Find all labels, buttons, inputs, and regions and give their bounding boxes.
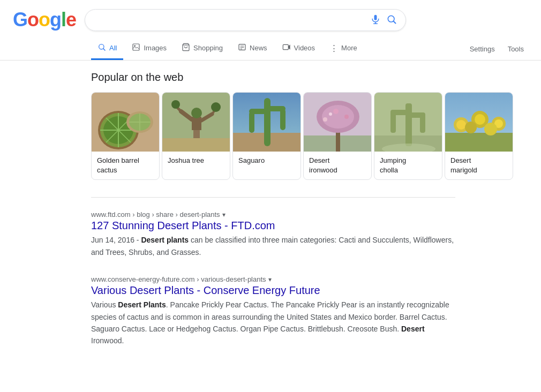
result-url-arrow-2: ▾ [268, 276, 272, 283]
svg-rect-45 [267, 106, 285, 111]
result-date-1: Jun 14, 2016 [91, 236, 134, 244]
tab-shopping[interactable]: Shopping [175, 37, 229, 60]
result-title-1[interactable]: 127 Stunning Desert Plants - FTD.com [91, 220, 528, 232]
search-input[interactable]: what plants grow in the desert [94, 15, 366, 25]
svg-point-50 [322, 105, 354, 129]
popular-title: Popular on the web [91, 71, 528, 84]
svg-point-72 [484, 123, 497, 135]
tab-images-label: Images [144, 44, 167, 52]
logo-letter-g: G [13, 9, 27, 31]
videos-icon [282, 43, 291, 53]
tab-more[interactable]: ⋮ More [324, 38, 364, 60]
plant-card-label: Desertmarigold [445, 152, 513, 179]
google-logo[interactable]: Google [13, 9, 76, 31]
nav-tabs: All Images Shopping News Videos ⋮ More S… [0, 35, 541, 61]
tab-shopping-label: Shopping [193, 44, 223, 52]
svg-rect-44 [280, 109, 285, 130]
search-button[interactable] [386, 14, 397, 26]
plant-card-marigold[interactable]: Desertmarigold [445, 92, 513, 180]
svg-point-35 [171, 100, 180, 109]
svg-point-51 [323, 117, 327, 122]
svg-point-36 [211, 102, 221, 112]
svg-point-53 [344, 115, 349, 119]
result-url-arrow-1: ▾ [222, 211, 226, 218]
plant-cards-container: Golden barrelcactus Joshua tree [91, 92, 528, 180]
svg-point-37 [191, 108, 202, 118]
logo-letter-o2: o [39, 9, 50, 31]
svg-rect-41 [264, 98, 270, 146]
separator [91, 197, 455, 198]
search-result-1: www.ftd.com › blog › share › desert-plan… [91, 210, 528, 258]
plant-card-joshua[interactable]: Joshua tree [162, 92, 230, 180]
search-bar-icons [370, 14, 397, 26]
plant-card-ironwood[interactable]: Desertironwood [303, 92, 372, 180]
result-url-text-1: www.ftd.com › blog › share › desert-plan… [91, 210, 220, 218]
result-snippet-2: Various Desert Plants. Pancake Prickly P… [91, 299, 455, 347]
plant-card-golden-barrel[interactable]: Golden barrelcactus [91, 92, 160, 180]
tab-news-label: News [250, 44, 267, 52]
more-dots-icon: ⋮ [330, 43, 338, 53]
svg-rect-59 [390, 110, 411, 115]
microphone-icon[interactable] [370, 14, 381, 26]
result-url-1: www.ftd.com › blog › share › desert-plan… [91, 210, 528, 218]
logo-letter-l: l [61, 9, 66, 31]
svg-rect-7 [133, 44, 139, 50]
main-content: Popular on the web Gol [0, 61, 541, 375]
result-snippet-1: Jun 14, 2016 - Desert plants can be clas… [91, 234, 455, 258]
plant-card-label: Jumpingcholla [374, 152, 442, 179]
plant-card-saguaro[interactable]: Saguaro [232, 92, 301, 180]
settings-link[interactable]: Settings [465, 40, 499, 58]
shopping-icon [182, 43, 190, 53]
svg-rect-14 [283, 44, 288, 49]
all-icon [97, 43, 106, 53]
tab-videos[interactable]: Videos [276, 37, 322, 60]
svg-rect-0 [374, 14, 377, 20]
news-icon [238, 43, 246, 53]
svg-rect-42 [249, 111, 254, 133]
tab-news[interactable]: News [231, 37, 274, 60]
result-title-2[interactable]: Various Desert Plants - Conserve Energy … [91, 284, 528, 297]
header: Google what plants grow in the desert [0, 0, 541, 35]
svg-rect-64 [445, 133, 513, 152]
tab-all-label: All [109, 44, 117, 52]
plant-card-cholla[interactable]: Jumpingcholla [374, 92, 442, 180]
tab-images[interactable]: Images [125, 37, 173, 60]
svg-point-66 [456, 120, 466, 130]
svg-rect-43 [249, 109, 266, 114]
plant-card-label: Golden barrelcactus [92, 152, 159, 179]
search-bar[interactable]: what plants grow in the desert [85, 9, 406, 31]
result-url-text-2: www.conserve-energy-future.com › various… [91, 275, 266, 283]
svg-point-54 [329, 112, 332, 116]
svg-rect-61 [409, 112, 425, 118]
plant-card-label: Desertironwood [304, 152, 371, 179]
images-icon [132, 43, 140, 53]
popular-section: Popular on the web Gol [91, 71, 528, 180]
search-result-2: www.conserve-energy-future.com › various… [91, 275, 528, 347]
tab-more-label: More [341, 44, 357, 52]
svg-point-68 [475, 114, 485, 125]
result-url-2: www.conserve-energy-future.com › various… [91, 275, 528, 283]
svg-point-8 [134, 45, 136, 47]
plant-card-label: Joshua tree [162, 152, 230, 170]
svg-point-71 [465, 122, 477, 133]
svg-line-4 [394, 21, 396, 23]
tab-all[interactable]: All [91, 37, 123, 60]
plant-card-label: Saguaro [233, 152, 300, 170]
logo-letter-e: e [66, 9, 76, 31]
svg-line-6 [103, 49, 105, 50]
tab-videos-label: Videos [294, 44, 315, 52]
nav-settings: Settings Tools [465, 40, 528, 58]
svg-rect-38 [162, 138, 230, 152]
logo-letter-o1: o [27, 9, 39, 31]
logo-letter-g2: g [50, 9, 61, 31]
tools-link[interactable]: Tools [504, 40, 528, 58]
svg-point-52 [333, 109, 339, 114]
